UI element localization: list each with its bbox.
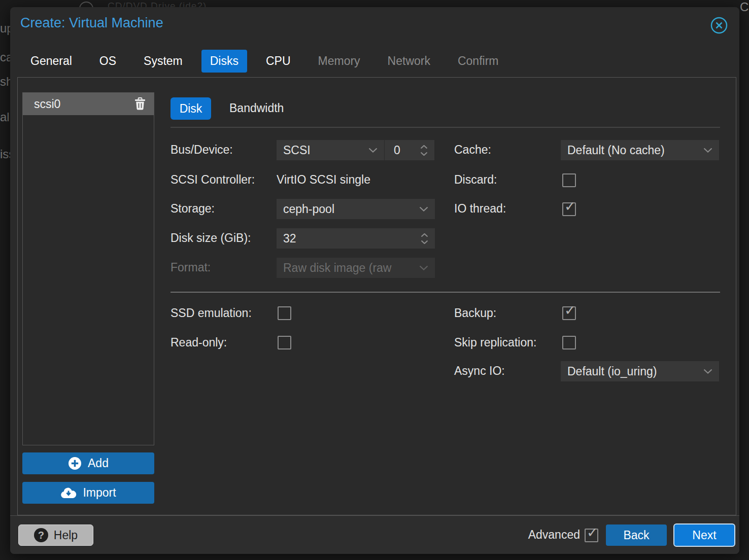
- cache-label: Cache:: [454, 143, 491, 157]
- format-value: Raw disk image (raw: [283, 261, 391, 275]
- next-button-label: Next: [692, 529, 716, 542]
- cloud-download-icon: [60, 487, 77, 499]
- bus-device-number-stepper[interactable]: 0: [385, 140, 434, 160]
- disk-list-panel: scsi0: [22, 92, 154, 445]
- read-only-label: Read-only:: [171, 336, 227, 349]
- bus-device-value: SCSI: [283, 144, 311, 157]
- async-io-select[interactable]: Default (io_uring): [561, 361, 719, 381]
- discard-label: Discard:: [454, 173, 497, 187]
- add-button-label: Add: [88, 457, 109, 470]
- scsi-controller-label: SCSI Controller:: [171, 173, 255, 187]
- storage-value: ceph-pool: [283, 202, 334, 216]
- question-circle-icon: ?: [34, 528, 48, 542]
- async-io-value: Default (io_uring): [567, 365, 657, 378]
- format-label: Format:: [171, 261, 211, 274]
- tab-cpu[interactable]: CPU: [257, 50, 299, 73]
- chevron-down-icon: [419, 265, 428, 271]
- cache-value: Default (No cache): [567, 144, 665, 157]
- tab-network: Network: [379, 50, 439, 73]
- tab-disks[interactable]: Disks: [201, 50, 247, 73]
- disk-list-item-scsi0[interactable]: scsi0: [23, 93, 154, 115]
- tab-os[interactable]: OS: [91, 50, 125, 73]
- format-select-disabled: Raw disk image (raw: [277, 258, 435, 278]
- disk-size-value: 32: [283, 232, 296, 246]
- backup-checkbox[interactable]: ✓: [562, 306, 576, 320]
- help-button[interactable]: ? Help: [18, 524, 93, 546]
- subtab-bandwidth[interactable]: Bandwidth: [229, 101, 284, 115]
- subtab-divider: [171, 127, 720, 128]
- ssd-emulation-checkbox[interactable]: [278, 306, 291, 320]
- bg-fragment: C: [740, 0, 748, 14]
- disk-item-label: scsi0: [34, 97, 60, 111]
- discard-checkbox[interactable]: [562, 173, 576, 187]
- advanced-section-divider: [171, 292, 720, 293]
- bus-device-number: 0: [394, 144, 400, 157]
- screen: up ca sh all iss CD/DVD Drive (ide2) C C…: [0, 0, 749, 560]
- bus-device-label: Bus/Device:: [171, 143, 233, 157]
- skip-replication-label: Skip replication:: [454, 336, 536, 349]
- checkmark-icon: ✓: [564, 200, 576, 214]
- create-vm-dialog: Create: Virtual Machine General OS Syste…: [10, 7, 739, 554]
- tab-memory: Memory: [310, 50, 369, 73]
- add-disk-button[interactable]: Add: [22, 452, 154, 474]
- back-button-label: Back: [623, 529, 649, 542]
- import-disk-button[interactable]: Import: [22, 482, 154, 504]
- advanced-label: Advanced: [528, 528, 580, 542]
- async-io-label: Async IO:: [454, 364, 505, 378]
- disk-size-stepper[interactable]: 32: [277, 228, 435, 249]
- tab-system[interactable]: System: [135, 50, 191, 73]
- help-button-label: Help: [54, 529, 78, 542]
- checkmark-icon: ✓: [564, 304, 576, 318]
- read-only-checkbox[interactable]: [278, 336, 291, 349]
- tab-confirm: Confirm: [449, 50, 507, 73]
- io-thread-checkbox[interactable]: ✓: [562, 202, 576, 216]
- chevron-down-icon[interactable]: [368, 148, 378, 153]
- checkmark-icon: ✓: [587, 526, 598, 540]
- bus-device-select[interactable]: SCSI: [277, 140, 384, 160]
- back-button[interactable]: Back: [606, 524, 667, 546]
- disk-size-label: Disk size (GiB):: [171, 231, 251, 245]
- dialog-footer: ? Help Advanced ✓ Back Next: [10, 515, 739, 554]
- spinner-arrows-icon[interactable]: [420, 145, 428, 156]
- chevron-down-icon[interactable]: [703, 148, 712, 153]
- next-button[interactable]: Next: [673, 523, 735, 547]
- subtab-disk[interactable]: Disk: [171, 97, 211, 120]
- backup-label: Backup:: [454, 306, 496, 320]
- import-button-label: Import: [83, 486, 116, 500]
- scsi-controller-value: VirtIO SCSI single: [277, 173, 370, 187]
- trash-icon[interactable]: [134, 97, 146, 111]
- dialog-title: Create: Virtual Machine: [20, 15, 163, 31]
- wizard-tabs: General OS System Disks CPU Memory Netwo…: [22, 50, 507, 73]
- plus-circle-icon: [68, 457, 82, 470]
- io-thread-label: IO thread:: [454, 202, 506, 216]
- storage-select[interactable]: ceph-pool: [277, 199, 435, 219]
- chevron-down-icon[interactable]: [703, 369, 712, 374]
- tab-general[interactable]: General: [22, 50, 81, 73]
- cache-select[interactable]: Default (No cache): [561, 140, 719, 160]
- close-icon[interactable]: [710, 16, 728, 34]
- chevron-down-icon[interactable]: [419, 206, 428, 212]
- storage-label: Storage:: [171, 202, 215, 216]
- spinner-arrows-icon[interactable]: [421, 233, 428, 244]
- skip-replication-checkbox[interactable]: [562, 336, 576, 349]
- ssd-emulation-label: SSD emulation:: [171, 306, 252, 320]
- advanced-checkbox[interactable]: ✓: [585, 529, 598, 542]
